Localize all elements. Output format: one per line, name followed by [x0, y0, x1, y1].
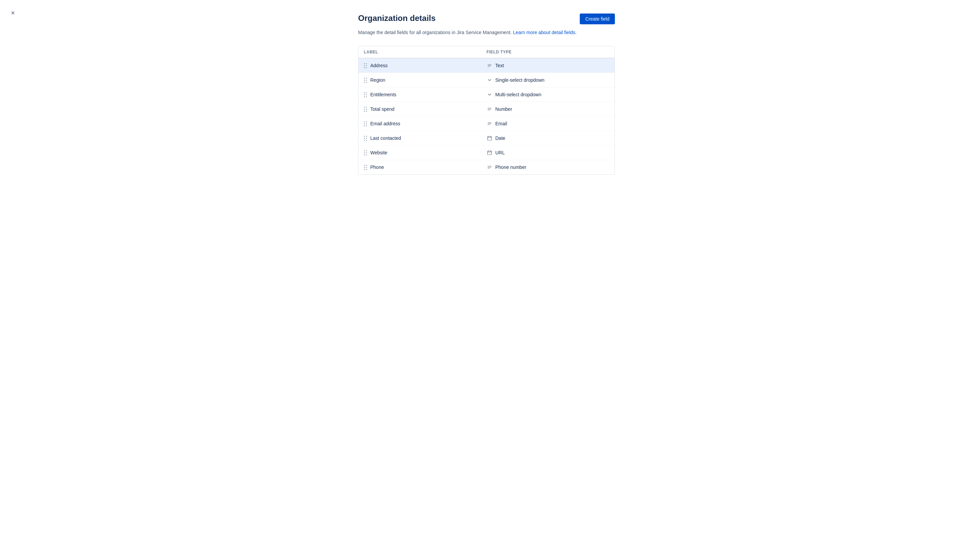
field-type-text: Phone number: [495, 165, 526, 170]
label-cell: Region: [364, 77, 486, 83]
fields-table: Label Field type Address Text: [358, 46, 615, 175]
row-label: Email address: [370, 121, 401, 126]
row-label: Address: [370, 63, 387, 68]
field-type-cell: Single-select dropdown: [486, 77, 609, 83]
drag-handle[interactable]: [364, 121, 367, 126]
field-type-icon: [486, 77, 492, 83]
drag-handle[interactable]: [364, 136, 367, 141]
learn-more-link[interactable]: Learn more about detail fields.: [513, 30, 576, 35]
row-label: Phone: [370, 165, 384, 170]
table-body: Address Text Region Single-: [359, 58, 614, 174]
field-type-icon: [486, 135, 492, 141]
drag-handle[interactable]: [364, 150, 367, 155]
table-row[interactable]: Total spend Number: [359, 102, 614, 117]
label-cell: Website: [364, 150, 486, 155]
drag-handle[interactable]: [364, 92, 367, 97]
table-row[interactable]: Address Text: [359, 58, 614, 73]
page-title: Organization details: [358, 13, 436, 23]
field-type-icon: [486, 92, 492, 98]
drag-handle[interactable]: [364, 165, 367, 170]
field-type-column-header: Field type: [486, 50, 609, 54]
page-container: Organization details Create field Manage…: [351, 0, 622, 188]
label-cell: Last contacted: [364, 135, 486, 141]
field-type-cell: Text: [486, 62, 609, 68]
field-type-icon: [486, 150, 492, 156]
field-type-icon: [486, 121, 492, 127]
svg-rect-1: [487, 151, 492, 155]
label-column-header: Label: [364, 50, 486, 54]
label-cell: Address: [364, 63, 486, 68]
field-type-icon: [486, 62, 492, 68]
row-label: Last contacted: [370, 135, 401, 141]
create-field-button[interactable]: Create field: [580, 13, 615, 24]
drag-handle[interactable]: [364, 107, 367, 112]
field-type-text: Single-select dropdown: [495, 77, 545, 83]
row-label: Region: [370, 77, 385, 83]
row-label: Website: [370, 150, 387, 155]
drag-handle[interactable]: [364, 63, 367, 68]
svg-rect-0: [487, 137, 492, 140]
field-type-text: URL: [495, 150, 505, 155]
field-type-text: Text: [495, 63, 504, 68]
label-cell: Entitlements: [364, 92, 486, 97]
table-row[interactable]: Region Single-select dropdown: [359, 73, 614, 87]
field-type-text: Date: [495, 135, 506, 141]
table-row[interactable]: Entitlements Multi-select dropdown: [359, 87, 614, 102]
close-icon: ×: [11, 9, 15, 17]
field-type-icon: [486, 106, 492, 112]
page-header: Organization details Create field: [358, 13, 615, 24]
field-type-cell: URL: [486, 150, 609, 156]
field-type-cell: Phone number: [486, 164, 609, 170]
table-row[interactable]: Phone Phone number: [359, 160, 614, 174]
field-type-icon: [486, 164, 492, 170]
page-description: Manage the detail fields for all organiz…: [358, 30, 615, 35]
drag-handle[interactable]: [364, 78, 367, 83]
table-header: Label Field type: [359, 46, 614, 58]
field-type-cell: Multi-select dropdown: [486, 92, 609, 98]
close-button[interactable]: ×: [7, 7, 19, 19]
field-type-text: Number: [495, 107, 512, 112]
field-type-cell: Date: [486, 135, 609, 141]
table-row[interactable]: Last contacted Date: [359, 131, 614, 145]
field-type-text: Multi-select dropdown: [495, 92, 541, 97]
label-cell: Phone: [364, 165, 486, 170]
label-cell: Email address: [364, 121, 486, 126]
label-cell: Total spend: [364, 107, 486, 112]
row-label: Entitlements: [370, 92, 396, 97]
table-row[interactable]: Website URL: [359, 145, 614, 160]
field-type-text: Email: [495, 121, 507, 126]
field-type-cell: Number: [486, 106, 609, 112]
table-row[interactable]: Email address Email: [359, 117, 614, 131]
field-type-cell: Email: [486, 121, 609, 127]
row-label: Total spend: [370, 107, 395, 112]
